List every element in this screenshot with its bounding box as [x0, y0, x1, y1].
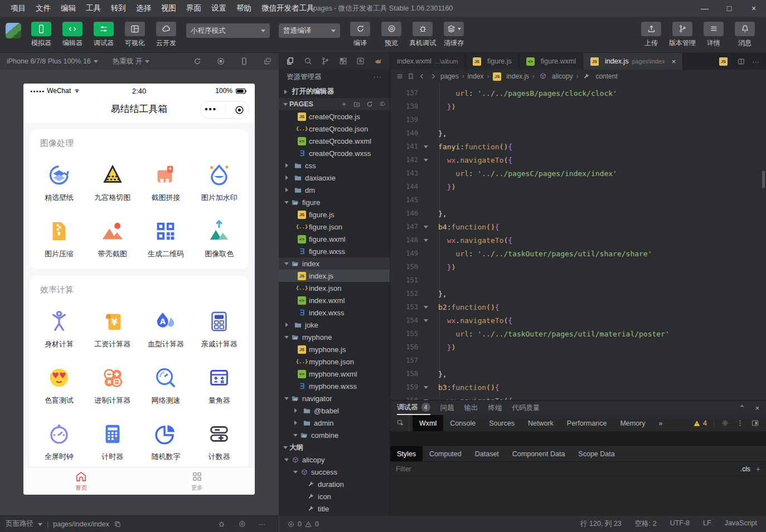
app-relative[interactable]: 亲戚计算器	[192, 309, 246, 349]
activity-source-control-icon[interactable]	[317, 53, 334, 68]
消息-button[interactable]: 消息	[732, 22, 758, 48]
app-speed[interactable]: 网络测速	[139, 365, 193, 406]
page-path-label[interactable]: 页面路径	[6, 519, 33, 529]
styles-filter-input[interactable]	[396, 465, 735, 473]
editor-tab-index.js[interactable]: JSindex.jspages\index×	[583, 53, 683, 70]
tree-item-createQrcode.json[interactable]: {..}createQrcode.json	[279, 123, 390, 135]
tree-item-myphone.wxml[interactable]: <>myphone.wxml	[279, 368, 390, 380]
copy-icon[interactable]	[114, 520, 122, 528]
open-editors-section[interactable]: 打开的编辑器	[279, 85, 390, 98]
app-counter[interactable]: 计数器	[192, 421, 246, 462]
activity-npm-icon[interactable]	[352, 53, 369, 68]
menu-item-2[interactable]: 编辑	[56, 0, 81, 17]
more-dots-icon[interactable]: •••	[205, 104, 217, 114]
close-button[interactable]: ×	[741, 0, 766, 17]
editor-scrollbar[interactable]	[762, 171, 765, 188]
devtools-tab-Sources[interactable]: Sources	[482, 415, 521, 431]
fold-icon[interactable]	[420, 143, 432, 150]
tree-item-figure.wxml[interactable]: <>figure.wxml	[279, 233, 390, 245]
menu-item-3[interactable]: 工具	[81, 0, 106, 17]
tree-item-index[interactable]: index	[279, 257, 390, 270]
app-ninegrid[interactable]: 九宫格切图	[86, 162, 139, 203]
breadcrumb-index.js[interactable]: JSindex.js	[492, 72, 529, 81]
tree-item-admin[interactable]: admin	[279, 417, 390, 429]
模拟器-toggle-button[interactable]: 模拟器	[28, 22, 54, 48]
device-button[interactable]	[240, 57, 249, 66]
debug-icon[interactable]	[217, 520, 226, 528]
tree-item-index.js[interactable]: JSindex.js	[279, 270, 390, 282]
云开发-toggle-button[interactable]: 云开发	[153, 22, 179, 48]
minimize-button[interactable]: —	[692, 0, 717, 17]
app-calc[interactable]: 计时器	[86, 421, 139, 462]
app-body[interactable]: 身材计算	[32, 309, 86, 349]
breadcrumb-alicopy[interactable]: alicopy	[538, 72, 573, 81]
styles-tab-Dataset[interactable]: Dataset	[468, 446, 506, 461]
预览-button[interactable]: 预览	[379, 22, 404, 48]
app-wallpaper[interactable]: 精选壁纸	[32, 162, 86, 203]
activity-extensions-icon[interactable]	[335, 53, 352, 68]
tree-item-index.wxml[interactable]: <>index.wxml	[279, 294, 390, 306]
problems-indicator[interactable]: 0 0	[279, 516, 319, 532]
language-mode[interactable]: JavaScript	[725, 519, 757, 529]
pages-section-header[interactable]: PAGES	[279, 98, 390, 111]
tree-item-figure[interactable]: figure	[279, 196, 390, 208]
tree-item-myphone.json[interactable]: {..}myphone.json	[279, 355, 390, 368]
调试器-toggle-button[interactable]: 调试器	[91, 22, 117, 48]
maximize-button[interactable]: □	[717, 0, 741, 17]
tree-item-index.json[interactable]: {..}index.json	[279, 282, 390, 294]
tabbar-gridmore[interactable]: 更多	[139, 467, 255, 495]
menu-item-7[interactable]: 界面	[181, 0, 206, 17]
detach-window-button[interactable]	[263, 57, 272, 66]
tree-item-myphone.js[interactable]: JSmyphone.js	[279, 343, 390, 355]
tabbar-home[interactable]: 首页	[23, 467, 139, 495]
debugger-tab-代码质量[interactable]: 代码质量	[512, 401, 540, 415]
debugger-tab-终端[interactable]: 终端	[488, 401, 502, 415]
devtools-kebab-icon[interactable]	[736, 419, 744, 427]
close-panel-icon[interactable]: ×	[755, 404, 759, 412]
editor-tab-figure.js[interactable]: JSfigure.js	[466, 53, 519, 70]
styles-tab-Scope-Data[interactable]: Scope Data	[571, 446, 621, 461]
devtools-dock-icon[interactable]	[751, 419, 759, 427]
devtools-warnings[interactable]: 4	[693, 419, 707, 427]
collapse-folders-icon[interactable]	[379, 100, 386, 108]
app-blood[interactable]: A血型计算器	[139, 309, 193, 349]
breadcrumb-content[interactable]: content	[581, 72, 617, 81]
app-qrcode[interactable]: 生成二维码	[139, 218, 193, 259]
tree-item-figure.json[interactable]: {..}figure.json	[279, 221, 390, 233]
exit-target-icon[interactable]	[234, 105, 245, 115]
styles-tab-Styles[interactable]: Styles	[390, 446, 423, 461]
menu-item-8[interactable]: 设置	[206, 0, 231, 17]
debugger-tab-问题[interactable]: 问题	[440, 401, 454, 415]
indentation[interactable]: 空格: 2	[635, 519, 657, 529]
menu-item-0[interactable]: 项目	[6, 0, 31, 17]
app-base[interactable]: 进制计算器	[86, 365, 139, 406]
debugger-tab-输出[interactable]: 输出	[464, 401, 478, 415]
app-salary[interactable]: ¥工资计算器	[86, 309, 139, 349]
版本管理-button[interactable]: 版本管理	[670, 22, 695, 48]
fold-icon[interactable]	[420, 157, 432, 164]
tree-item-createQrcode.js[interactable]: JScreateQrcode.js	[279, 110, 390, 123]
outline-section-header[interactable]: 大纲	[279, 441, 390, 454]
eol[interactable]: LF	[703, 519, 711, 529]
collapse-panel-icon[interactable]: ⌃	[739, 404, 745, 412]
tree-item-figure.wxss[interactable]: figure.wxss	[279, 245, 390, 257]
activity-tester-icon[interactable]	[370, 53, 387, 68]
tree-item-createQrcode.wxss[interactable]: createQrcode.wxss	[279, 147, 390, 159]
devtools-overflow-icon[interactable]: »	[652, 415, 670, 431]
editor-tab-figure.wxml[interactable]: <>figure.wxml	[519, 53, 583, 70]
tree-item-title[interactable]: title	[279, 503, 390, 515]
app-stitch[interactable]: 截图拼接	[139, 162, 193, 203]
tree-item-navigator[interactable]: navigator	[279, 392, 390, 404]
app-compress[interactable]: 图片压缩	[32, 218, 86, 259]
refresh-explorer-icon[interactable]	[366, 100, 374, 108]
element-tree-area[interactable]	[390, 432, 766, 446]
new-folder-icon[interactable]	[353, 100, 361, 108]
fold-icon[interactable]	[420, 384, 432, 391]
app-pie[interactable]: 随机数字	[139, 421, 193, 462]
styles-tab-Component-Data[interactable]: Component Data	[506, 446, 572, 461]
编辑器-toggle-button[interactable]: 编辑器	[60, 22, 85, 48]
可视化-toggle-button[interactable]: 可视化	[122, 22, 148, 48]
fold-icon[interactable]	[420, 317, 432, 324]
app-shellshot[interactable]: 带壳截图	[86, 218, 139, 259]
add-style-button[interactable]: +	[756, 465, 760, 474]
